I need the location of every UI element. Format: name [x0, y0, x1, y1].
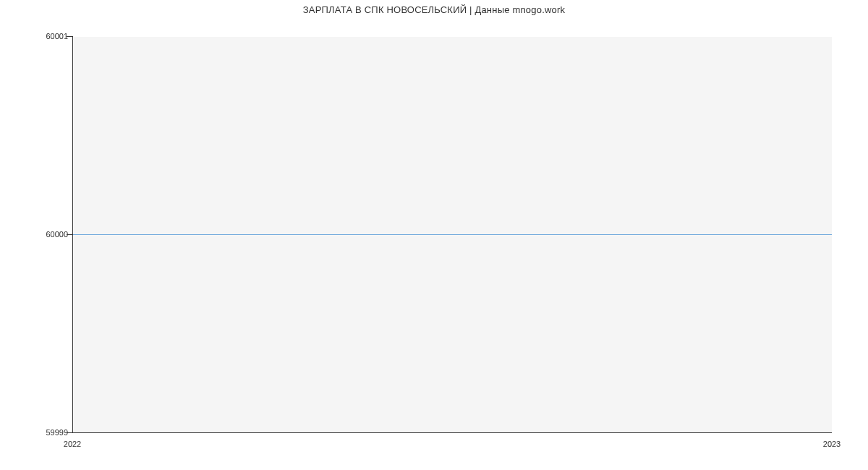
y-tick-label: 59999: [46, 428, 68, 437]
chart-container: ЗАРПЛАТА В СПК НОВОСЕЛЬСКИЙ | Данные mno…: [0, 0, 868, 470]
y-tick-label: 60000: [46, 230, 68, 239]
x-axis: [72, 432, 832, 433]
x-tick-label: 2023: [823, 440, 841, 448]
y-axis: [72, 36, 73, 432]
chart-title: ЗАРПЛАТА В СПК НОВОСЕЛЬСКИЙ | Данные mno…: [0, 4, 868, 15]
x-tick-label: 2022: [64, 440, 81, 448]
series-line: [72, 234, 832, 235]
y-tick-label: 60001: [46, 32, 68, 40]
